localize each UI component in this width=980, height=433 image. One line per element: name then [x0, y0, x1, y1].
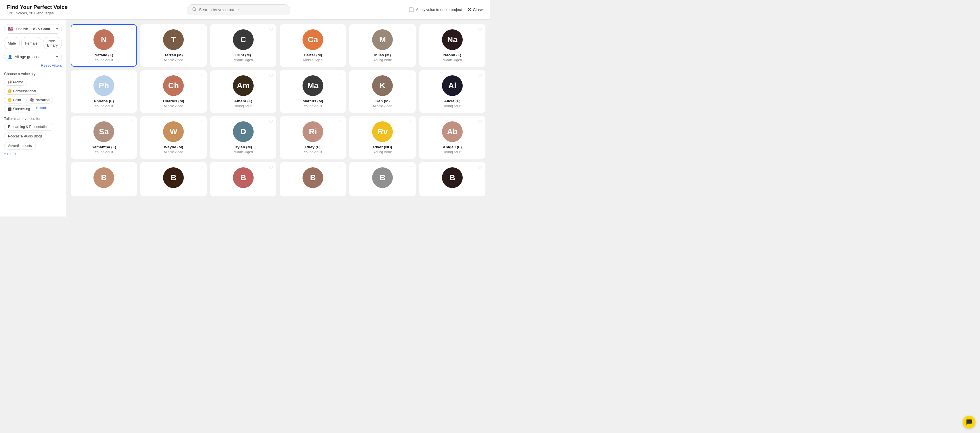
heart-button[interactable]: ♡	[339, 28, 342, 32]
heart-button[interactable]: ♡	[199, 119, 203, 124]
voice-card[interactable]: ♡KKen (M)Middle-Aged	[349, 70, 415, 113]
reset-filters-link[interactable]: Reset Filters	[4, 63, 62, 68]
language-select[interactable]: 🇺🇸 English - US & Cana... ▾	[4, 24, 62, 33]
heart-button[interactable]: ♡	[199, 28, 203, 32]
voice-card[interactable]: ♡NaNaomi (F)Middle-Aged	[419, 24, 485, 67]
apply-voice-checkbox[interactable]	[409, 8, 414, 12]
style-storytelling-tag[interactable]: 🎬 Storytelling	[4, 105, 33, 112]
voice-card[interactable]: ♡AmAmara (F)Young Adult	[210, 70, 276, 113]
voice-card[interactable]: ♡B	[140, 162, 207, 196]
heart-button[interactable]: ♡	[478, 73, 482, 78]
avatar: Rv	[372, 121, 393, 142]
gender-female-button[interactable]: Female	[21, 37, 41, 49]
avatar: Ma	[302, 75, 323, 96]
voice-card[interactable]: ♡AbAbigail (F)Young Adult	[419, 116, 485, 159]
apply-voice-label[interactable]: Apply voice to entire project	[409, 8, 462, 12]
heart-button[interactable]: ♡	[129, 73, 134, 78]
heart-button[interactable]: ♡	[269, 73, 273, 78]
heart-button[interactable]: ♡	[129, 166, 134, 170]
voice-card[interactable]: ♡MaMarcus (M)Young Adult	[280, 70, 346, 113]
voice-age: Young Adult	[374, 58, 392, 62]
heart-button[interactable]: ♡	[408, 28, 412, 32]
voice-card[interactable]: ♡NNatalie (F)Young Adult	[71, 24, 137, 67]
heart-button[interactable]: ♡	[339, 73, 342, 78]
gender-male-button[interactable]: Male	[4, 37, 19, 49]
voice-card[interactable]: ♡CaCarter (M)Middle-Aged	[280, 24, 346, 67]
more-styles-link[interactable]: + more	[35, 105, 47, 112]
voice-name: Dylan (M)	[234, 145, 252, 149]
voice-age: Middle-Aged	[234, 58, 253, 62]
avatar: Ca	[302, 29, 323, 50]
voice-card[interactable]: ♡ChCharles (M)Middle-Aged	[140, 70, 207, 113]
heart-button[interactable]: ♡	[478, 119, 482, 124]
heart-button[interactable]: ♡	[199, 166, 203, 170]
voice-name: Wayne (M)	[164, 145, 183, 149]
style-narration-tag[interactable]: 📚 Narration	[27, 97, 53, 103]
heart-button[interactable]: ♡	[339, 166, 342, 170]
voice-name: Natalie (F)	[95, 53, 113, 57]
svg-line-1	[195, 10, 196, 11]
voice-age: Middle-Aged	[164, 58, 183, 62]
voice-card[interactable]: ♡B	[419, 162, 485, 196]
tailor-podcast-tag[interactable]: Podcasts/ Audio Blogs	[4, 132, 46, 140]
conversational-icon: 😊	[8, 89, 12, 93]
search-input[interactable]	[199, 8, 285, 12]
style-conversational-tag[interactable]: 😊 Conversational	[4, 88, 40, 95]
storytelling-label: Storytelling	[13, 107, 30, 111]
tailor-ads-tag[interactable]: Advertisements	[4, 142, 36, 150]
gender-nonbinary-button[interactable]: Non-Binary	[43, 37, 62, 49]
voice-card[interactable]: ♡B	[280, 162, 346, 196]
voice-card[interactable]: ♡SaSamantha (F)Young Adult	[71, 116, 137, 159]
voice-card[interactable]: ♡B	[71, 162, 137, 196]
avatar: W	[163, 121, 184, 142]
close-label: Close	[473, 8, 483, 12]
voice-card[interactable]: ♡PhPhoebe (F)Young Adult	[71, 70, 137, 113]
voice-card[interactable]: ♡RiRiley (F)Young Adult	[280, 116, 346, 159]
voice-card[interactable]: ♡B	[210, 162, 276, 196]
heart-button[interactable]: ♡	[478, 28, 482, 32]
heart-button[interactable]: ♡	[129, 28, 134, 32]
voice-card[interactable]: ♡TTerrell (M)Middle-Aged	[140, 24, 207, 67]
voice-card[interactable]: ♡AlAlicia (F)Young Adult	[419, 70, 485, 113]
voice-name: Abigail (F)	[443, 145, 462, 149]
style-promo-tag[interactable]: 📢 Promo	[4, 79, 27, 86]
tailor-elearning-tag[interactable]: E-Learning & Presentations	[4, 123, 54, 131]
avatar: B	[233, 167, 254, 188]
heart-button[interactable]: ♡	[339, 119, 342, 124]
heart-button[interactable]: ♡	[408, 73, 412, 78]
avatar: C	[233, 29, 254, 50]
heart-button[interactable]: ♡	[408, 119, 412, 124]
heart-button[interactable]: ♡	[269, 28, 273, 32]
header: Find Your Perfect Voice 120+ voices, 20+…	[0, 0, 490, 19]
voice-age: Young Adult	[95, 104, 113, 108]
voice-card[interactable]: ♡CClint (M)Middle-Aged	[210, 24, 276, 67]
voice-card[interactable]: ♡WWayne (M)Middle-Aged	[140, 116, 207, 159]
voice-card[interactable]: ♡B	[349, 162, 415, 196]
voice-age: Young Adult	[234, 104, 253, 108]
avatar: B	[302, 167, 323, 188]
avatar: Ch	[163, 75, 184, 96]
age-select[interactable]: 👤 All age groups ▾	[4, 53, 62, 61]
heart-button[interactable]: ♡	[269, 166, 273, 170]
voice-name: Carter (M)	[304, 53, 322, 57]
heart-button[interactable]: ♡	[408, 166, 412, 170]
voice-grid-area[interactable]: ♡NNatalie (F)Young Adult♡TTerrell (M)Mid…	[66, 19, 490, 216]
more-tailor-link[interactable]: + more	[4, 151, 62, 156]
heart-button[interactable]: ♡	[129, 119, 134, 124]
heart-button[interactable]: ♡	[478, 166, 482, 170]
avatar: Am	[233, 75, 254, 96]
voice-card[interactable]: ♡MMiles (M)Young Adult	[349, 24, 415, 67]
close-icon: ✕	[468, 7, 471, 12]
voice-card[interactable]: ♡RvRiver (NB)Young Adult	[349, 116, 415, 159]
voice-age: Young Adult	[304, 104, 322, 108]
voice-card[interactable]: ♡DDylan (M)Middle-Aged	[210, 116, 276, 159]
search-container[interactable]	[187, 4, 290, 15]
conversational-label: Conversational	[13, 89, 36, 93]
voice-name: Clint (M)	[235, 53, 251, 57]
heart-button[interactable]: ♡	[199, 73, 203, 78]
voice-age: Young Adult	[95, 150, 113, 154]
close-button[interactable]: ✕ Close	[468, 7, 483, 12]
voice-name: Terrell (M)	[164, 53, 183, 57]
style-calm-tag[interactable]: 😌 Calm	[4, 97, 24, 103]
heart-button[interactable]: ♡	[269, 119, 273, 124]
